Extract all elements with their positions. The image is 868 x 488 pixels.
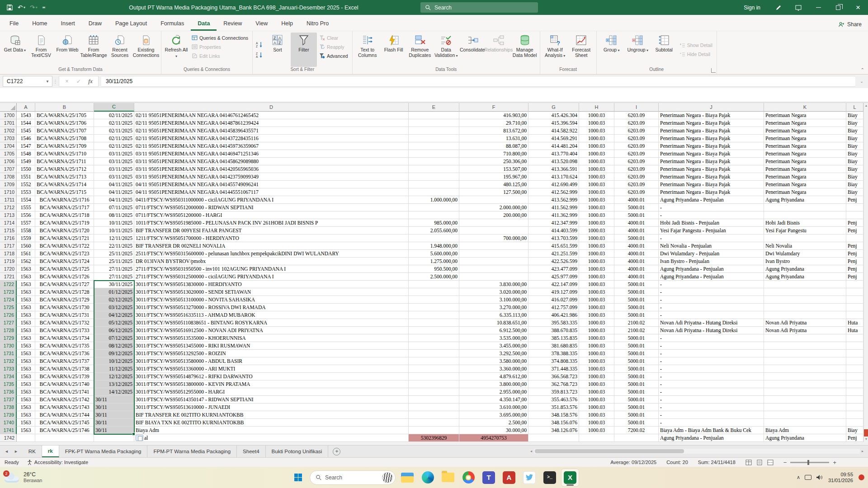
cell[interactable]: 127.500,00	[459, 188, 528, 196]
ungroup-button[interactable]: Ungroup	[625, 33, 651, 67]
cell[interactable]: Novan Adi Priyatna - Hutang Direksi	[659, 319, 764, 327]
recent-sources-button[interactable]: Recent Sources	[107, 33, 133, 67]
cell[interactable]: 6203.09	[614, 135, 659, 142]
enter-check-icon[interactable]: ✓	[73, 78, 85, 84]
cell[interactable]: 2.055.600,00	[409, 227, 459, 235]
cell[interactable]: 1563	[17, 296, 35, 304]
cell[interactable]: 1563	[17, 265, 35, 273]
cell[interactable]: 4000.01	[614, 227, 659, 235]
cell[interactable]: 11/12/2025	[94, 365, 134, 373]
cell[interactable]: 10/12/2025	[94, 357, 134, 365]
cell[interactable]: 04/11/2025	[94, 196, 134, 204]
cell[interactable]	[764, 411, 846, 419]
cell[interactable]: 395.583.335	[528, 319, 579, 327]
cell[interactable]: -	[659, 281, 764, 288]
cell[interactable]: 414.481.204	[528, 142, 579, 150]
cell[interactable]: Penj	[846, 227, 863, 235]
cell[interactable]: Penerimaan Negara - Biaya Pajak	[659, 142, 764, 150]
cell[interactable]: -	[659, 357, 764, 365]
cell[interactable]: 1000.03	[579, 296, 614, 304]
sign-in-button[interactable]: Sign in	[736, 5, 769, 11]
cell[interactable]	[764, 350, 846, 357]
cell[interactable]: 3011/FTSCY/WS950516335113 - AHMAD MUBARO…	[134, 311, 409, 319]
cell[interactable]: 1000.03	[579, 311, 614, 319]
cell[interactable]: 3011/FTSCY/WS9505110838651 - BINTANG ROS…	[134, 319, 409, 327]
cell[interactable]: 1.948.000,00	[409, 242, 459, 250]
accessibility-status[interactable]: Accessibility: Investigate	[27, 460, 88, 465]
cell[interactable]: 1000.03	[579, 165, 614, 173]
cell[interactable]: Agung Priyandana	[764, 434, 846, 442]
cell[interactable]: 413.562.999	[528, 196, 579, 204]
cell[interactable]: 1563	[17, 380, 35, 388]
cell[interactable]: BIF TRANSFER KE 002TITO KURNIANTOKBB	[134, 411, 409, 419]
chevron-down-icon[interactable]: ▼	[46, 80, 49, 84]
cell[interactable]: BCA/WARNA/25/1706	[35, 119, 94, 127]
cell[interactable]: Ivan Bystro	[764, 258, 846, 265]
cell[interactable]	[17, 434, 35, 442]
queries-connections-button[interactable]: Queries & Connections	[190, 33, 250, 42]
cell[interactable]: BCA/WARNA/25/1740	[35, 380, 94, 388]
cell[interactable]: 3.270.000,00	[459, 304, 528, 311]
cell[interactable]: 1544	[17, 119, 35, 127]
paste-options-icon[interactable]	[136, 435, 143, 441]
advanced-filter-button[interactable]: Advanced	[318, 52, 349, 60]
cell[interactable]: 02/11/2025	[94, 127, 134, 135]
cell[interactable]: 1563	[17, 327, 35, 334]
cell[interactable]	[459, 196, 528, 204]
show-detail-button[interactable]: Show Detail	[678, 41, 714, 50]
sort-descending-button[interactable]: ZA	[256, 51, 263, 59]
cell[interactable]: BCA/WARNA/25/1739	[35, 373, 94, 380]
cell[interactable]: 10/11/2025	[94, 227, 134, 235]
zoom-out-icon[interactable]: −	[783, 459, 787, 466]
cell[interactable]: 813.672,00	[459, 127, 528, 135]
cell[interactable]: 02/11 95051PENERIMAAN NEGARA 04143722843…	[134, 135, 409, 142]
cell[interactable]	[409, 142, 459, 150]
row-header[interactable]: 1714	[0, 219, 17, 227]
cell[interactable]: BCA/WARNA/25/1713	[35, 173, 94, 181]
cell[interactable]: Penerimaan Negara - Biaya Pajak	[659, 173, 764, 181]
cell[interactable]: Penerimaan Negara - Biaya Pajak	[659, 188, 764, 196]
cell[interactable]: 348.158.576	[528, 411, 579, 419]
cell[interactable]: 3011/FTSCY/WS950513292500 - ROIZIN	[134, 350, 409, 357]
cell[interactable]: 3011/FTSCY/WS950513610000 - JUNAEDI	[134, 404, 409, 411]
cell[interactable]: 1560	[17, 242, 35, 250]
cell[interactable]: 415.396.594	[528, 119, 579, 127]
cell[interactable]	[409, 334, 459, 342]
cell[interactable]: 3011/FTSCY/WS950514879612 - RIFKI DARWAN…	[134, 373, 409, 380]
cell[interactable]: 27/11/2025	[94, 273, 134, 281]
row-header[interactable]: 1729	[0, 334, 17, 342]
cell[interactable]: 1563	[17, 404, 35, 411]
taskbar-terminal[interactable]: >_	[541, 469, 558, 486]
cell[interactable]: 348.126.076	[528, 427, 579, 434]
cell[interactable]: Agung Priyandana - Penjualan	[659, 196, 764, 204]
cell[interactable]: Biay	[846, 135, 863, 142]
cell[interactable]: 30.000,00	[459, 427, 528, 434]
cell[interactable]: BCA/WARNA/25/1725	[35, 265, 94, 273]
cell[interactable]: 5000.01	[614, 204, 659, 211]
row-header[interactable]: 1740	[0, 419, 17, 427]
cell[interactable]: 422.526.599	[528, 258, 579, 265]
cell[interactable]	[409, 373, 459, 380]
cell[interactable]: 02/11/2025	[94, 119, 134, 127]
cell[interactable]: 4954270753	[459, 434, 528, 442]
row-header[interactable]: 1704	[0, 142, 17, 150]
hide-detail-button[interactable]: Hide Detail	[678, 50, 714, 59]
row-header[interactable]: 1720	[0, 265, 17, 273]
cell[interactable]: 6203.09	[614, 142, 659, 150]
cell[interactable]: 3011/FTSCY/WS950512955000 - HARGI	[134, 388, 409, 396]
cell[interactable]	[846, 235, 863, 242]
cell[interactable]: 3.455.000,00	[459, 342, 528, 350]
consolidate-button[interactable]: Consolidate	[459, 33, 486, 67]
cell[interactable]: Penerimaan Negara - Biaya Pajak	[659, 181, 764, 188]
collapse-ribbon-icon[interactable]: ⌃	[861, 67, 864, 72]
cell[interactable]	[846, 373, 863, 380]
cell[interactable]: 3.830.000,00	[459, 281, 528, 288]
cell[interactable]	[764, 404, 846, 411]
cell[interactable]: 07/11/2025	[94, 204, 134, 211]
cell[interactable]: 04/12/2025	[94, 311, 134, 319]
cell[interactable]: 1000.03	[579, 350, 614, 357]
scroll-down-icon[interactable]: ▼	[864, 436, 868, 442]
cell[interactable]: 1.000.000,00	[409, 196, 459, 204]
cell[interactable]: 3011/FTSCY/WS950513535000 - KHOERUNNISA	[134, 334, 409, 342]
cell[interactable]	[614, 434, 659, 442]
